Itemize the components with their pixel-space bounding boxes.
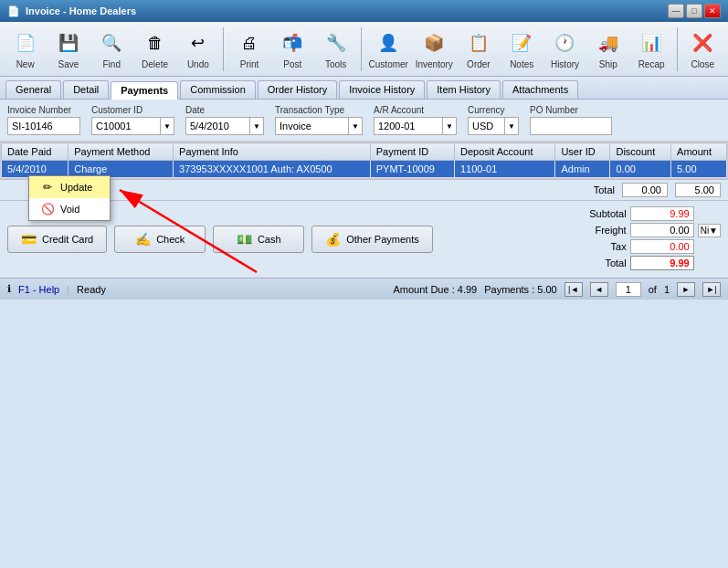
currency-label: Currency	[468, 105, 519, 115]
transaction-type-label: Transaction Type	[275, 105, 363, 115]
tab-order-history[interactable]: Order History	[258, 80, 337, 99]
new-label: New	[16, 59, 35, 69]
toolbar-delete-button[interactable]: 🗑 Delete	[135, 26, 174, 72]
currency-dropdown[interactable]: ▼	[504, 117, 519, 135]
minimize-button[interactable]: —	[668, 4, 684, 18]
undo-label: Undo	[187, 59, 209, 69]
form-area: Invoice Number Customer ID ▼ Date ▼ Tran…	[0, 100, 728, 142]
toolbar-find-button[interactable]: 🔍 Find	[92, 26, 132, 72]
next-page-button[interactable]: ►	[677, 282, 695, 297]
total-pages: 1	[664, 284, 670, 295]
toolbar-separator-2	[361, 27, 362, 71]
context-menu-void[interactable]: 🚫 Void	[29, 198, 110, 220]
col-user-id: User ID	[555, 143, 610, 161]
toolbar-ship-button[interactable]: 🚚 Ship	[588, 26, 628, 72]
customer-id-dropdown[interactable]: ▼	[160, 117, 174, 135]
toolbar: 📄 New 💾 Save 🔍 Find 🗑 Delete ↩ Undo 🖨 Pr…	[0, 22, 728, 77]
customer-id-field: Customer ID ▼	[91, 105, 174, 135]
print-label: Print	[240, 59, 259, 69]
context-menu: ✏ Update 🚫 Void	[28, 175, 111, 221]
prev-page-button[interactable]: ◄	[590, 282, 608, 297]
history-label: History	[551, 59, 579, 69]
tab-commission[interactable]: Commission	[180, 80, 256, 99]
invoice-number-input[interactable]	[7, 117, 80, 135]
transaction-type-input[interactable]	[275, 117, 348, 135]
summary-table: Subtotal 9.99 Freight 0.00 Ni▼ Tax 0.00 …	[572, 206, 721, 272]
date-field: Date ▼	[185, 105, 264, 135]
ship-label: Ship	[599, 59, 617, 69]
last-page-button[interactable]: ►|	[702, 282, 721, 297]
toolbar-post-button[interactable]: 📬 Post	[273, 26, 312, 72]
window-icon: 📄	[7, 5, 20, 17]
ar-account-input[interactable]	[374, 117, 442, 135]
tab-item-history[interactable]: Item History	[427, 80, 501, 99]
update-label: Update	[60, 182, 92, 193]
tools-icon: 🔧	[322, 28, 351, 58]
check-button[interactable]: ✍ Check	[114, 226, 206, 253]
of-label: of	[649, 284, 657, 295]
total-discount-value: 0.00	[622, 183, 668, 197]
toolbar-close-button[interactable]: ❌ Close	[683, 26, 723, 72]
maximize-button[interactable]: □	[686, 4, 702, 18]
tab-invoice-history[interactable]: Invoice History	[339, 80, 425, 99]
po-number-input[interactable]	[530, 117, 612, 135]
col-date-paid: Date Paid	[2, 143, 69, 161]
date-dropdown[interactable]: ▼	[249, 117, 264, 135]
toolbar-tools-button[interactable]: 🔧 Tools	[316, 26, 355, 72]
context-menu-update[interactable]: ✏ Update	[29, 176, 110, 198]
print-icon: 🖨	[235, 28, 264, 58]
invoice-number-field: Invoice Number	[7, 105, 80, 135]
close-icon: ❌	[688, 28, 717, 58]
credit-card-button[interactable]: 💳 Credit Card	[7, 226, 107, 253]
col-payment-info: Payment Info	[174, 143, 371, 161]
total-summary-value: 9.99	[630, 256, 694, 270]
customer-label: Customer	[369, 59, 408, 69]
status-separator: |	[67, 284, 69, 295]
ar-account-field: A/R Account ▼	[374, 105, 457, 135]
tab-detail[interactable]: Detail	[63, 80, 109, 99]
toolbar-history-button[interactable]: 🕐 History	[545, 26, 585, 72]
delete-icon: 🗑	[141, 28, 170, 58]
tax-value: 0.00	[630, 239, 694, 254]
toolbar-recap-button[interactable]: 📊 Recap	[631, 26, 670, 72]
toolbar-notes-button[interactable]: 📝 Notes	[502, 26, 542, 72]
subtotal-label: Subtotal	[572, 208, 627, 219]
customer-id-label: Customer ID	[91, 105, 174, 115]
order-icon: 📋	[464, 28, 493, 58]
cell-amount: 5.00	[671, 161, 727, 178]
other-payments-label: Other Payments	[346, 234, 418, 245]
total-amount-value: 5.00	[675, 183, 721, 197]
other-payments-button[interactable]: 💰 Other Payments	[311, 226, 432, 253]
invoice-number-label: Invoice Number	[7, 105, 80, 115]
toolbar-customer-button[interactable]: 👤 Customer	[367, 26, 409, 72]
ar-account-dropdown[interactable]: ▼	[442, 117, 457, 135]
toolbar-print-button[interactable]: 🖨 Print	[229, 26, 269, 72]
subtotal-value: 9.99	[630, 206, 694, 221]
total-summary-label: Total	[572, 258, 627, 268]
freight-suffix: Ni▼	[698, 224, 721, 237]
col-amount: Amount	[671, 143, 727, 161]
first-page-button[interactable]: |◄	[564, 282, 583, 297]
tab-attachments[interactable]: Attachments	[502, 80, 578, 99]
toolbar-save-button[interactable]: 💾 Save	[48, 26, 88, 72]
cash-button[interactable]: 💵 Cash	[213, 226, 304, 253]
customer-id-input[interactable]	[91, 117, 160, 135]
page-number-input[interactable]	[616, 282, 641, 297]
tab-payments[interactable]: Payments	[111, 81, 178, 100]
tab-general[interactable]: General	[5, 80, 61, 99]
help-link[interactable]: F1 - Help	[18, 284, 59, 295]
update-icon: ✏	[40, 180, 55, 195]
toolbar-new-button[interactable]: 📄 New	[5, 26, 45, 72]
toolbar-order-button[interactable]: 📋 Order	[459, 26, 498, 72]
close-window-button[interactable]: ✕	[704, 4, 721, 18]
status-bar: ℹ F1 - Help | Ready Amount Due : 4.99 Pa…	[0, 278, 728, 300]
toolbar-inventory-button[interactable]: 📦 Inventory	[413, 26, 455, 72]
currency-input[interactable]	[468, 117, 504, 135]
ship-icon: 🚚	[594, 28, 623, 58]
total-label: Total	[594, 184, 615, 195]
transaction-type-dropdown[interactable]: ▼	[348, 117, 363, 135]
date-input[interactable]	[185, 117, 249, 135]
payment-table: Date Paid Payment Method Payment Info Pa…	[1, 142, 727, 178]
toolbar-undo-button[interactable]: ↩ Undo	[178, 26, 217, 72]
inventory-label: Inventory	[416, 59, 453, 69]
